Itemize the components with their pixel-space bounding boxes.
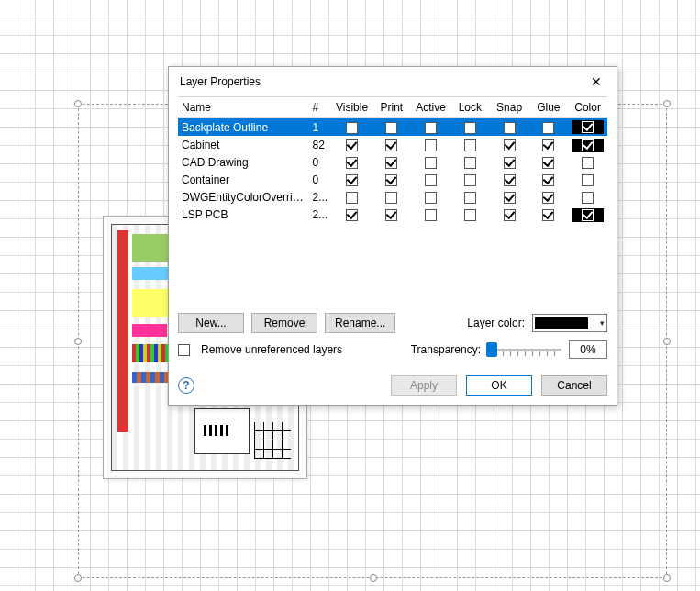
checkbox[interactable] [464,157,476,169]
selection-handle[interactable] [663,100,671,107]
rename-button[interactable]: Rename... [325,313,395,333]
checkbox[interactable] [504,139,516,151]
color-swatch[interactable] [582,174,594,186]
checkbox[interactable] [542,209,554,221]
dialog-title: Layer Properties [180,75,261,88]
checkbox[interactable] [542,192,554,204]
checkbox[interactable] [464,122,476,134]
apply-button[interactable]: Apply [391,375,457,396]
layer-color-label: Layer color: [467,317,525,329]
table-row[interactable]: Container0 [178,172,607,189]
checkbox[interactable] [504,157,516,169]
checkbox[interactable] [464,209,476,221]
selection-handle[interactable] [370,574,377,582]
layers-table: Name # Visible Print Active Lock Snap Gl… [178,96,607,306]
checkbox[interactable] [425,192,437,204]
table-row[interactable]: Cabinet82 [178,136,607,153]
table-header-row: Name # Visible Print Active Lock Snap Gl… [178,97,607,118]
checkbox[interactable] [504,209,516,221]
dialog-footer: ? Apply OK Cancel [169,366,617,405]
checkbox[interactable] [425,139,437,151]
checkbox[interactable] [504,122,516,134]
checkbox[interactable] [346,157,358,169]
col-color[interactable]: Color [568,97,607,118]
color-swatch[interactable] [572,208,604,222]
checkbox[interactable] [346,122,358,134]
dialog-titlebar[interactable]: Layer Properties ✕ [169,67,617,96]
col-visible[interactable]: Visible [332,97,372,118]
layer-count: 0 [308,172,331,189]
checkbox[interactable] [464,139,476,151]
layer-name: LSP PCB [178,206,308,224]
layer-count: 2... [308,206,331,224]
checkbox[interactable] [504,174,516,186]
checkbox[interactable] [385,157,397,169]
checkbox[interactable] [425,157,437,169]
checkbox[interactable] [464,174,476,186]
layer-properties-dialog: Layer Properties ✕ Name # Visible Print … [168,66,617,406]
checkbox[interactable] [425,122,437,134]
table-row[interactable]: DWGEntityColorOverrideL...2... [178,189,607,206]
checkbox[interactable] [542,139,554,151]
selection-handle[interactable] [74,100,82,107]
remove-unreferenced-checkbox[interactable] [178,344,190,356]
checkbox[interactable] [385,192,397,204]
checkbox[interactable] [542,157,554,169]
checkbox[interactable] [346,209,358,221]
remove-button[interactable]: Remove [251,313,317,333]
col-count[interactable]: # [308,97,331,118]
checkbox[interactable] [346,192,358,204]
layer-count: 0 [308,154,331,172]
close-icon[interactable]: ✕ [585,72,607,91]
checkbox[interactable] [542,122,554,134]
dialog-controls-row1: New... Remove Rename... Layer color: ▾ [169,306,617,337]
col-snap[interactable]: Snap [490,97,529,118]
new-button[interactable]: New... [178,313,244,333]
selection-handle[interactable] [74,574,82,582]
layer-count: 2... [308,189,331,206]
table-row[interactable]: CAD Drawing0 [178,154,607,172]
cancel-button[interactable]: Cancel [541,375,607,396]
slider-thumb[interactable] [486,342,497,357]
table-row[interactable]: Backplate Outline1 [178,118,607,137]
selection-handle[interactable] [663,338,671,345]
ok-button[interactable]: OK [466,375,532,396]
transparency-slider[interactable] [488,341,561,358]
table-row[interactable]: LSP PCB2... [178,206,607,224]
checkbox[interactable] [346,139,358,151]
checkbox[interactable] [385,122,397,134]
checkbox[interactable] [542,174,554,186]
remove-unreferenced-label: Remove unreferenced layers [201,343,342,356]
color-swatch[interactable] [572,120,604,134]
col-lock[interactable]: Lock [450,97,490,118]
help-icon[interactable]: ? [178,377,194,394]
layer-color-combo[interactable]: ▾ [532,314,607,332]
transparency-value[interactable]: 0% [569,340,607,359]
checkbox[interactable] [346,174,358,186]
checkbox[interactable] [425,209,437,221]
col-glue[interactable]: Glue [528,97,568,118]
layer-name: Container [178,172,308,189]
transparency-label: Transparency: [411,343,481,356]
col-print[interactable]: Print [372,97,412,118]
checkbox[interactable] [385,174,397,186]
selection-handle[interactable] [74,338,82,345]
layer-count: 82 [308,136,331,153]
col-active[interactable]: Active [411,97,450,118]
layer-count: 1 [308,118,331,137]
checkbox[interactable] [425,174,437,186]
checkbox[interactable] [464,192,476,204]
layer-name: Cabinet [178,136,308,153]
checkbox[interactable] [385,139,397,151]
selection-handle[interactable] [663,574,671,582]
checkbox[interactable] [504,192,516,204]
checkbox[interactable] [385,209,397,221]
color-swatch[interactable] [582,192,594,204]
color-swatch[interactable] [572,139,604,152]
col-name[interactable]: Name [178,97,308,118]
dialog-controls-row2: Remove unreferenced layers Transparency:… [169,337,617,366]
layer-color-swatch [535,317,588,329]
layer-name: CAD Drawing [178,154,308,172]
layer-name: Backplate Outline [178,118,308,137]
color-swatch[interactable] [582,157,594,169]
